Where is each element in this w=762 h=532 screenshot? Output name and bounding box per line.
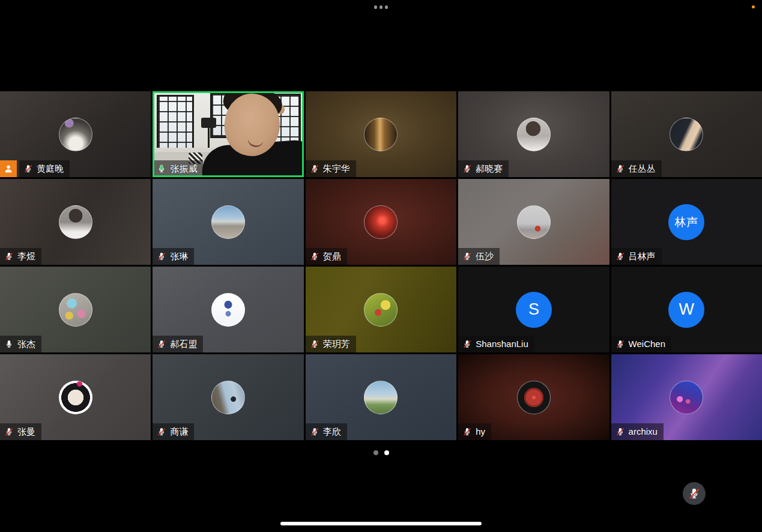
avatar: 林声 — [668, 204, 704, 240]
participant-tile[interactable]: 李煜 — [0, 179, 151, 265]
participant-tile[interactable]: 郝晓赛 — [458, 91, 609, 177]
participant-name: 张琳 — [170, 248, 188, 265]
participant-tile[interactable]: 朱宇华 — [306, 91, 456, 177]
participant-tile[interactable]: 任丛丛 — [611, 91, 762, 177]
participant-tile[interactable]: 伍沙 — [458, 179, 609, 265]
participant-tile[interactable]: 张琳 — [153, 179, 303, 265]
avatar — [670, 118, 703, 151]
participant-name: WeiChen — [629, 336, 665, 352]
mic-muted-icon — [615, 164, 625, 174]
nameplate: 任丛丛 — [611, 160, 662, 177]
avatar — [59, 293, 92, 327]
nameplate: 张曼 — [0, 423, 41, 440]
participant-name: 李欣 — [323, 423, 341, 440]
participant-name: 任丛丛 — [629, 160, 656, 177]
avatar — [670, 381, 703, 414]
nameplate: ShanshanLiu — [458, 336, 534, 352]
avatar — [211, 381, 245, 414]
participant-name: 吕林声 — [629, 248, 656, 265]
mic-muted-icon — [615, 427, 625, 437]
pagination-dots — [0, 450, 762, 455]
mic-muted-icon — [157, 339, 166, 349]
participant-tile[interactable]: 黄庭晚 — [0, 91, 151, 177]
window — [157, 95, 194, 155]
participant-name: 李煜 — [17, 248, 35, 265]
nameplate: 商谦 — [153, 423, 194, 440]
participant-name: archixu — [629, 423, 658, 440]
avatar — [364, 205, 398, 239]
nameplate: 张琳 — [153, 248, 194, 265]
participant-tile[interactable]: archixu — [611, 354, 762, 440]
avatar — [211, 205, 245, 239]
participant-name: 朱宇华 — [323, 160, 350, 177]
nameplate: 郝晓赛 — [458, 160, 509, 177]
avatar — [59, 205, 92, 239]
nameplate: hy — [458, 423, 491, 440]
participant-name: 伍沙 — [476, 248, 494, 265]
avatar — [364, 118, 398, 151]
participant-tile[interactable]: 商谦 — [153, 354, 303, 440]
nameplate: 张振威 — [153, 160, 203, 177]
participant-tile[interactable]: 荣玥芳 — [306, 267, 456, 352]
mic-muted-icon — [4, 427, 14, 437]
nameplate: 吕林声 — [611, 248, 662, 265]
avatar — [59, 381, 92, 414]
participant-name: 贺鼎 — [323, 248, 341, 265]
participant-name: 黄庭晚 — [37, 160, 64, 177]
avatar — [517, 381, 551, 414]
participant-name: 荣玥芳 — [323, 336, 350, 352]
page-dot-1[interactable] — [373, 450, 378, 455]
participant-tile[interactable]: 李欣 — [306, 354, 456, 440]
mic-muted-icon — [462, 164, 472, 174]
mic-muted-icon — [615, 339, 625, 349]
participant-tile[interactable]: S ShanshanLiu — [458, 267, 609, 352]
participant-tile[interactable]: 林声 吕林声 — [611, 179, 762, 265]
multitask-dot — [374, 5, 377, 9]
participant-name: hy — [476, 423, 485, 440]
mic-muted-icon — [310, 164, 319, 174]
mic-active-icon — [157, 164, 166, 174]
participant-name: 商谦 — [170, 423, 188, 440]
meeting-screen: 黄庭晚 张振威 朱宇华 郝晓赛 任丛丛 — [0, 0, 762, 532]
participant-tile[interactable]: 郝石盟 — [153, 267, 303, 352]
mic-muted-icon — [462, 427, 472, 437]
mic-muted-icon — [157, 252, 166, 261]
participant-tile[interactable]: 张振威 — [153, 91, 303, 177]
participant-tile[interactable]: 张杰 — [0, 267, 151, 352]
nameplate: 荣玥芳 — [306, 336, 356, 352]
multitask-dot — [379, 5, 383, 9]
participant-grid: 黄庭晚 张振威 朱宇华 郝晓赛 任丛丛 — [0, 91, 762, 440]
mic-muted-icon — [4, 252, 14, 261]
mic-muted-icon — [310, 252, 319, 261]
participant-name: ShanshanLiu — [476, 336, 528, 352]
nameplate: 黄庭晚 — [19, 160, 70, 177]
unmute-button[interactable] — [683, 482, 706, 505]
multitask-indicator-icon[interactable] — [0, 5, 762, 9]
nameplate: 李欣 — [306, 423, 347, 440]
avatar — [211, 293, 245, 327]
mic-muted-icon — [462, 252, 472, 261]
page-dot-2[interactable] — [384, 450, 389, 455]
nameplate: 郝石盟 — [153, 336, 203, 352]
home-indicator[interactable] — [280, 522, 482, 525]
mic-muted-icon — [310, 339, 319, 349]
participant-tile[interactable]: W WeiChen — [611, 267, 762, 352]
participant-tile[interactable]: 张曼 — [0, 354, 151, 440]
nameplate: WeiChen — [611, 336, 671, 352]
participant-name: 郝石盟 — [170, 336, 197, 352]
avatar: W — [668, 292, 704, 328]
avatar — [59, 118, 92, 151]
avatar — [364, 381, 398, 414]
mic-unmuted-icon — [4, 339, 14, 349]
mic-muted-icon — [157, 427, 166, 437]
participant-name: 郝晓赛 — [476, 160, 503, 177]
mic-in-use-indicator-dot — [752, 5, 755, 8]
participant-tile[interactable]: 贺鼎 — [306, 179, 456, 265]
mic-muted-icon — [615, 252, 625, 261]
multitask-dot — [385, 5, 388, 9]
avatar: S — [516, 292, 552, 328]
participant-badge — [0, 160, 17, 177]
mic-muted-icon — [23, 164, 33, 174]
mic-muted-icon — [310, 427, 319, 437]
participant-tile[interactable]: hy — [458, 354, 609, 440]
